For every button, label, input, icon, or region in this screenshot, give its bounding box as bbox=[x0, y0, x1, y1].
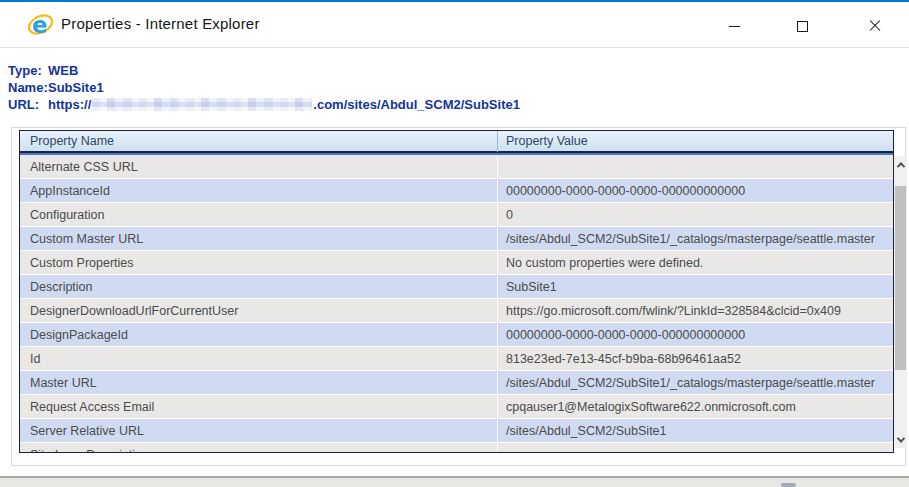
grid-header: Property Name Property Value bbox=[20, 131, 893, 153]
url-suffix: .com/sites/Abdul_SCM2/SubSite1 bbox=[313, 97, 520, 112]
property-name-cell: AppInstanceId bbox=[20, 184, 498, 198]
table-row[interactable]: Custom Master URL/sites/Abdul_SCM2/SubSi… bbox=[20, 227, 893, 251]
property-name-cell: Site Logo Description bbox=[20, 448, 498, 453]
property-name-cell: Custom Master URL bbox=[20, 232, 498, 246]
table-row[interactable]: Server Relative URL/sites/Abdul_SCM2/Sub… bbox=[20, 419, 893, 443]
properties-window: e Properties - Internet Explorer Type: W… bbox=[0, 0, 909, 487]
vertical-scrollbar[interactable] bbox=[894, 156, 907, 448]
desktop-strip bbox=[0, 478, 909, 487]
table-row[interactable]: Master URL/sites/Abdul_SCM2/SubSite1/_ca… bbox=[20, 371, 893, 395]
url-redacted-block bbox=[92, 98, 312, 111]
property-name-cell: Id bbox=[20, 352, 498, 366]
property-value-cell: 00000000-0000-0000-0000-000000000000 bbox=[498, 184, 893, 198]
column-header-property-value[interactable]: Property Value bbox=[498, 134, 588, 148]
table-body: Alternate CSS URLAppInstanceId00000000-0… bbox=[20, 153, 893, 452]
property-value-cell: 00000000-0000-0000-0000-000000000000 bbox=[498, 328, 893, 342]
table-row[interactable]: Alternate CSS URL bbox=[20, 155, 893, 179]
svg-text:e: e bbox=[32, 12, 47, 38]
property-name-cell: Master URL bbox=[20, 376, 498, 390]
table-row[interactable]: Custom PropertiesNo custom properties we… bbox=[20, 251, 893, 275]
property-name-cell: Alternate CSS URL bbox=[20, 160, 498, 174]
property-name-cell: Server Relative URL bbox=[20, 424, 498, 438]
titlebar-separator bbox=[0, 47, 909, 48]
table-row[interactable]: Site Logo Description bbox=[20, 443, 893, 452]
minimize-icon bbox=[729, 26, 740, 27]
chevron-up-icon bbox=[896, 162, 904, 170]
property-value-cell: cpqauser1@MetalogixSoftware622.onmicroso… bbox=[498, 400, 893, 414]
maximize-icon bbox=[797, 21, 808, 32]
close-icon bbox=[869, 20, 881, 32]
close-button[interactable] bbox=[858, 12, 892, 40]
property-value-cell: SubSite1 bbox=[498, 280, 893, 294]
type-label: Type: bbox=[8, 63, 48, 78]
name-line: Name: SubSite1 bbox=[8, 79, 520, 96]
property-value-cell: 813e23ed-7e13-45cf-b9ba-68b96461aa52 bbox=[498, 352, 893, 366]
table-row[interactable]: DescriptionSubSite1 bbox=[20, 275, 893, 299]
property-value-cell: /sites/Abdul_SCM2/SubSite1/_catalogs/mas… bbox=[498, 232, 893, 246]
table-row[interactable]: Id813e23ed-7e13-45cf-b9ba-68b96461aa52 bbox=[20, 347, 893, 371]
table-row[interactable]: DesignPackageId00000000-0000-0000-0000-0… bbox=[20, 323, 893, 347]
table-row[interactable]: DesignerDownloadUrlForCurrentUserhttps:/… bbox=[20, 299, 893, 323]
type-line: Type: WEB bbox=[8, 62, 520, 79]
url-label: URL: bbox=[8, 97, 48, 112]
name-label: Name: bbox=[8, 80, 48, 95]
maximize-button[interactable] bbox=[785, 12, 819, 40]
column-header-property-name[interactable]: Property Name bbox=[20, 134, 497, 148]
property-name-cell: Description bbox=[20, 280, 498, 294]
property-name-cell: DesignerDownloadUrlForCurrentUser bbox=[20, 304, 498, 318]
property-value-cell: /sites/Abdul_SCM2/SubSite1/_catalogs/mas… bbox=[498, 376, 893, 390]
property-value-cell: /sites/Abdul_SCM2/SubSite1 bbox=[498, 424, 893, 438]
scrollbar-up-button[interactable] bbox=[894, 156, 907, 173]
property-name-cell: DesignPackageId bbox=[20, 328, 498, 342]
column-divider-line bbox=[497, 155, 498, 452]
url-value: https://.com/sites/Abdul_SCM2/SubSite1 bbox=[48, 97, 520, 112]
titlebar[interactable]: e Properties - Internet Explorer bbox=[0, 2, 909, 47]
property-value-cell: 0 bbox=[498, 208, 893, 222]
url-prefix: https:// bbox=[48, 97, 91, 112]
name-value: SubSite1 bbox=[48, 80, 104, 95]
property-value-cell: No custom properties were defined. bbox=[498, 256, 893, 270]
property-value-cell: https://go.microsoft.com/fwlink/?LinkId=… bbox=[498, 304, 893, 318]
scrollbar-down-button[interactable] bbox=[894, 431, 907, 448]
properties-grid: Property Name Property Value Alternate C… bbox=[19, 130, 894, 453]
url-line: URL: https://.com/sites/Abdul_SCM2/SubSi… bbox=[8, 96, 520, 113]
property-name-cell: Request Access Email bbox=[20, 400, 498, 414]
object-info-block: Type: WEB Name: SubSite1 URL: https://.c… bbox=[8, 62, 520, 113]
minimize-button[interactable] bbox=[717, 12, 751, 40]
internet-explorer-icon: e bbox=[27, 11, 54, 38]
table-row[interactable]: Configuration0 bbox=[20, 203, 893, 227]
table-row[interactable]: Request Access Emailcpqauser1@MetalogixS… bbox=[20, 395, 893, 419]
table-row[interactable]: AppInstanceId00000000-0000-0000-0000-000… bbox=[20, 179, 893, 203]
property-name-cell: Configuration bbox=[20, 208, 498, 222]
chevron-down-icon bbox=[896, 434, 904, 442]
taskbar-icon-fragment bbox=[781, 483, 796, 487]
type-value: WEB bbox=[48, 63, 78, 78]
property-name-cell: Custom Properties bbox=[20, 256, 498, 270]
scrollbar-thumb[interactable] bbox=[895, 186, 906, 370]
window-title: Properties - Internet Explorer bbox=[61, 15, 260, 32]
